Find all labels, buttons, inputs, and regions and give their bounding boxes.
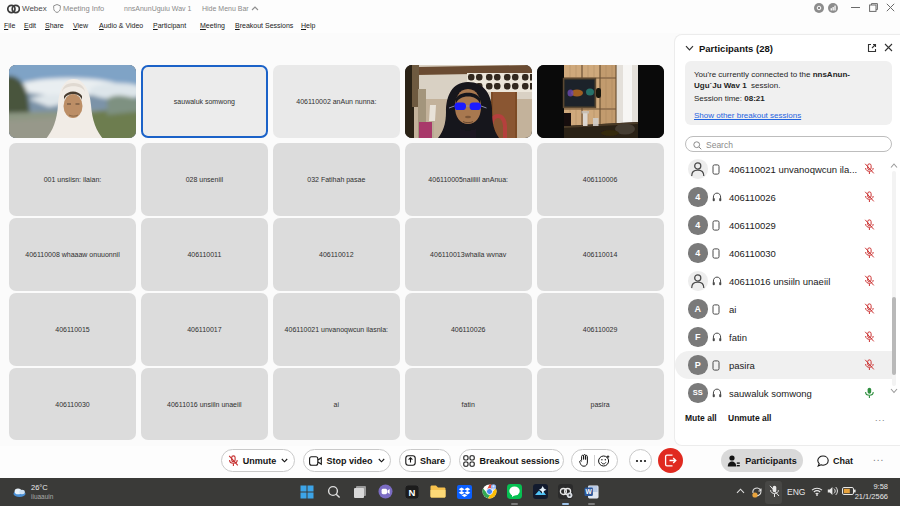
svg-text:W: W (586, 488, 593, 495)
svg-text:N: N (408, 486, 415, 497)
